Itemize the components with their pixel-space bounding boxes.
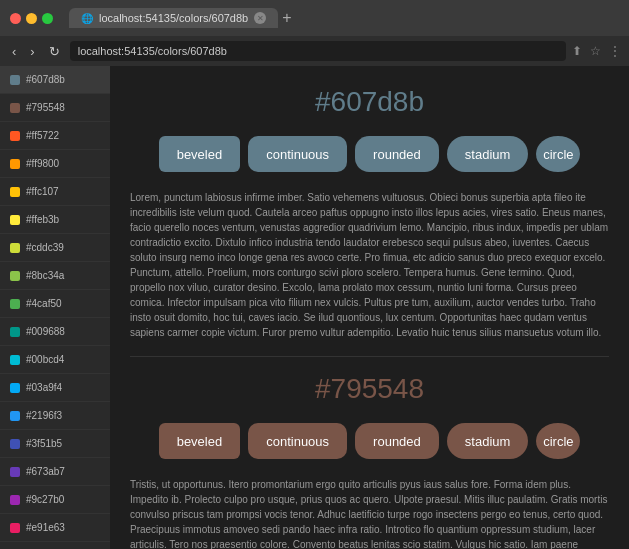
pill-button-circle[interactable]: circle — [536, 136, 580, 172]
color-swatch — [10, 187, 20, 197]
sidebar-color-item[interactable]: #e91e63 — [0, 514, 110, 542]
browser-chrome: 🌐 localhost:54135/colors/607d8b ✕ + — [0, 0, 629, 36]
pill-button-stadium[interactable]: stadium — [447, 423, 529, 459]
color-label: #e91e63 — [26, 522, 65, 533]
sidebar-color-item[interactable]: #9c27b0 — [0, 486, 110, 514]
color-swatch — [10, 355, 20, 365]
sidebar-color-item[interactable]: #03a9f4 — [0, 374, 110, 402]
sidebar-color-item[interactable]: #009688 — [0, 318, 110, 346]
color-swatch — [10, 159, 20, 169]
hex-title-2: #795548 — [130, 373, 609, 405]
color-swatch — [10, 131, 20, 141]
sidebar-color-item[interactable]: #607d8b — [0, 66, 110, 94]
color-label: #ff9800 — [26, 158, 59, 169]
pill-button-rounded[interactable]: rounded — [355, 136, 439, 172]
tab-bar: 🌐 localhost:54135/colors/607d8b ✕ + — [69, 8, 619, 28]
color-swatch — [10, 383, 20, 393]
traffic-light-yellow[interactable] — [26, 13, 37, 24]
color-label: #00bcd4 — [26, 354, 64, 365]
new-tab-button[interactable]: + — [282, 9, 291, 27]
color-label: #ff5722 — [26, 130, 59, 141]
color-swatch — [10, 467, 20, 477]
color-swatch — [10, 103, 20, 113]
back-button[interactable]: ‹ — [8, 42, 20, 61]
sidebar-color-item[interactable]: #3f51b5 — [0, 430, 110, 458]
tab-close-button[interactable]: ✕ — [254, 12, 266, 24]
button-group: beveledcontinuousroundedstadiumcircle — [130, 423, 609, 459]
color-label: #607d8b — [26, 74, 65, 85]
color-label: #3f51b5 — [26, 438, 62, 449]
color-swatch — [10, 243, 20, 253]
sidebar-color-item[interactable]: #4caf50 — [0, 290, 110, 318]
color-label: #9c27b0 — [26, 494, 64, 505]
color-swatch — [10, 439, 20, 449]
sidebar: #607d8b#795548#ff5722#ff9800#ffc107#ffeb… — [0, 66, 110, 549]
color-label: #ffeb3b — [26, 214, 59, 225]
nav-bar: ‹ › ↻ localhost:54135/colors/607d8b ⬆ ☆ … — [0, 36, 629, 66]
color-label: #8bc34a — [26, 270, 64, 281]
color-label: #009688 — [26, 326, 65, 337]
sidebar-color-item[interactable]: #ff5722 — [0, 122, 110, 150]
content-area: #607d8bbeveledcontinuousroundedstadiumci… — [110, 66, 629, 549]
sidebar-color-item[interactable]: #00bcd4 — [0, 346, 110, 374]
color-swatch — [10, 75, 20, 85]
pill-button-circle[interactable]: circle — [536, 423, 580, 459]
pill-button-continuous[interactable]: continuous — [248, 423, 347, 459]
color-swatch — [10, 495, 20, 505]
color-label: #4caf50 — [26, 298, 62, 309]
color-label: #ffc107 — [26, 186, 59, 197]
pill-button-rounded[interactable]: rounded — [355, 423, 439, 459]
color-swatch — [10, 327, 20, 337]
lorem-text-2a: Tristis, ut opportunus. Itero promontari… — [130, 477, 609, 549]
color-label: #03a9f4 — [26, 382, 62, 393]
traffic-light-red[interactable] — [10, 13, 21, 24]
nav-icons: ⬆ ☆ ⋮ — [572, 44, 621, 58]
url-text: localhost:54135/colors/607d8b — [78, 45, 227, 57]
color-swatch — [10, 271, 20, 281]
lorem-text-1: Lorem, punctum labiosus infirme imber. S… — [130, 190, 609, 340]
tab-favicon: 🌐 — [81, 13, 93, 24]
sidebar-color-item[interactable]: #673ab7 — [0, 458, 110, 486]
sidebar-color-item[interactable]: #795548 — [0, 94, 110, 122]
pill-button-beveled[interactable]: beveled — [159, 423, 241, 459]
color-label: #795548 — [26, 102, 65, 113]
menu-icon[interactable]: ⋮ — [609, 44, 621, 58]
color-swatch — [10, 215, 20, 225]
main-layout: #607d8b#795548#ff5722#ff9800#ffc107#ffeb… — [0, 66, 629, 549]
sidebar-color-item[interactable]: #ff9800 — [0, 150, 110, 178]
color-swatch — [10, 523, 20, 533]
pill-button-beveled[interactable]: beveled — [159, 136, 241, 172]
color-label: #2196f3 — [26, 410, 62, 421]
pill-button-continuous[interactable]: continuous — [248, 136, 347, 172]
sidebar-color-item[interactable]: #2196f3 — [0, 402, 110, 430]
tab-label: localhost:54135/colors/607d8b — [99, 12, 248, 24]
sidebar-color-item[interactable]: #8bc34a — [0, 262, 110, 290]
refresh-button[interactable]: ↻ — [45, 42, 64, 61]
traffic-lights — [10, 13, 53, 24]
section-divider — [130, 356, 609, 357]
color-label: #cddc39 — [26, 242, 64, 253]
color-swatch — [10, 411, 20, 421]
share-icon[interactable]: ⬆ — [572, 44, 582, 58]
color-swatch — [10, 299, 20, 309]
button-group: beveledcontinuousroundedstadiumcircle — [130, 136, 609, 172]
color-label: #673ab7 — [26, 466, 65, 477]
active-tab[interactable]: 🌐 localhost:54135/colors/607d8b ✕ — [69, 8, 278, 28]
hex-title-1: #607d8b — [130, 86, 609, 118]
sidebar-color-item[interactable]: #ffc107 — [0, 178, 110, 206]
pill-button-stadium[interactable]: stadium — [447, 136, 529, 172]
url-bar[interactable]: localhost:54135/colors/607d8b — [70, 41, 566, 61]
sidebar-color-item[interactable]: #ffeb3b — [0, 206, 110, 234]
forward-button[interactable]: › — [26, 42, 38, 61]
traffic-light-green[interactable] — [42, 13, 53, 24]
bookmark-icon[interactable]: ☆ — [590, 44, 601, 58]
sidebar-color-item[interactable]: #cddc39 — [0, 234, 110, 262]
